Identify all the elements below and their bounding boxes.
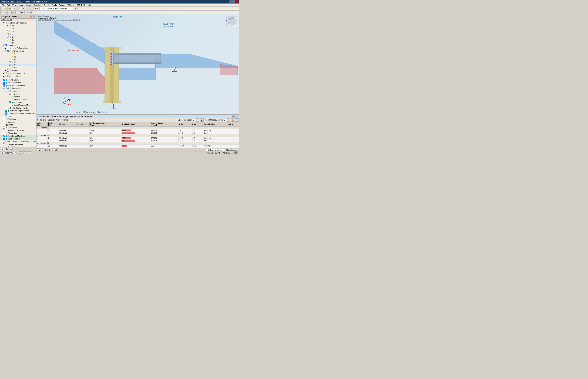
radio-uy[interactable]	[7, 30, 9, 32]
nav-section-colored[interactable]: ▬ Section Colored	[0, 98, 36, 101]
status-icon-3[interactable]: —	[28, 151, 31, 155]
nav-extreme-disp[interactable]: ◆ Extreme Displacement	[0, 109, 36, 112]
radio-u-abs[interactable]	[7, 25, 9, 27]
nav-local-torsional[interactable]: ↺ Local Torsional Rotations	[0, 104, 36, 107]
table-first-btn[interactable]: |◀	[37, 148, 41, 151]
menu-assign[interactable]: Assign	[25, 4, 32, 6]
nav-solids[interactable]: ⬛ Solids	[0, 123, 36, 126]
nav-phiz[interactable]: ↺ φz	[0, 41, 36, 44]
results-on-members-cb[interactable]	[3, 135, 5, 137]
close-button[interactable]: ✕	[235, 0, 238, 3]
view-xy-btn[interactable]: XY	[4, 11, 8, 14]
select-btn[interactable]: ↖	[22, 7, 25, 10]
view-area[interactable]: Static Analysis Moments My [kNm] ULS (ST…	[36, 14, 239, 114]
prev-btn[interactable]: ◀	[196, 118, 199, 122]
radio-Vy[interactable]	[9, 56, 11, 57]
radio-Mz[interactable]	[9, 67, 11, 69]
local-torsional-cb[interactable]	[9, 104, 11, 106]
pan-btn[interactable]: ✋	[29, 7, 33, 10]
radio-My[interactable]	[9, 64, 11, 66]
save-btn[interactable]: 💾	[8, 7, 11, 10]
internal-forces-cb[interactable]	[7, 50, 9, 52]
maximize-button[interactable]: □	[232, 0, 235, 3]
view-scale-dropdown[interactable]: 1 - Global XYZ	[1, 152, 16, 154]
values-surfaces-cb[interactable]	[3, 129, 5, 131]
radio-Mt[interactable]	[9, 61, 11, 63]
extreme-disp-cb[interactable]	[5, 110, 7, 112]
nav-internal-forces[interactable]: ▼ ⚡ Internal Forces	[0, 49, 36, 52]
settings-btn[interactable]: ⚙	[235, 118, 239, 122]
nav-nodal-disp[interactable]: ● Nodal Displacements	[0, 107, 36, 109]
nav-icon-btn-1[interactable]: 👁	[1, 148, 4, 151]
menu-view[interactable]: View	[11, 4, 18, 6]
zoom-all-btn[interactable]: ⊞	[26, 11, 29, 14]
radio-Vz[interactable]	[9, 58, 11, 60]
export-btn[interactable]: 📤	[231, 118, 234, 122]
filter-btn[interactable]: 🔍	[227, 118, 230, 122]
dimension-cb[interactable]	[3, 132, 5, 134]
nav-phix[interactable]: ↺ φx	[0, 35, 36, 38]
view-xz-btn[interactable]: XZ	[8, 11, 11, 14]
nav-close-btn[interactable]: ✕	[33, 15, 35, 18]
nav-ribs[interactable]: ≡ Ribs - Effective Contribution on Surfa…	[0, 140, 36, 143]
title-info-cb[interactable]	[3, 82, 5, 84]
menu-calculate[interactable]: Calculate	[32, 4, 43, 6]
menu-cad-bim[interactable]: CAD-BIM	[75, 4, 86, 6]
radio-section-colored[interactable]	[9, 99, 11, 100]
nav-pin-btn[interactable]: 📌	[30, 15, 32, 18]
nav-Vy[interactable]: ⚡ Vy	[0, 55, 36, 58]
radio-lines[interactable]	[9, 93, 11, 95]
nav-support-reactions-display[interactable]: △ Support Reactions	[0, 143, 36, 146]
nav-icon-btn-2[interactable]: 🎥	[5, 148, 8, 151]
extremes-cb[interactable]	[9, 101, 11, 103]
tab-stiffness-analysis[interactable]: Stiffness Analysis	[206, 149, 224, 151]
radio-uz[interactable]	[7, 33, 9, 35]
line-welds-cb[interactable]	[3, 126, 5, 129]
nav-dimension[interactable]: ↔ Dimension	[0, 132, 36, 135]
table-row[interactable]: Member 2 Sj,y- +∞ 12500.0 924.0	[37, 140, 239, 142]
menu-file[interactable]: File	[1, 4, 6, 6]
new-btn[interactable]: 📄	[0, 7, 4, 10]
nav-lines-display[interactable]: — Lines	[0, 115, 36, 118]
nav-type-of-display[interactable]: 🔷 Type of display	[0, 137, 36, 140]
nav-global-deformations[interactable]: ▼ ≋ Global Deformations	[0, 21, 36, 24]
nav-uz[interactable]: ≈ uz	[0, 33, 36, 35]
maxmin-cb[interactable]	[3, 84, 5, 86]
view-3d-btn[interactable]: 3D	[0, 11, 4, 14]
solid-btn[interactable]: ⬛	[20, 11, 24, 14]
nav-title-info[interactable]: 🔷 Title Information	[0, 81, 36, 84]
type-display-cb[interactable]	[3, 138, 5, 140]
nav-ux[interactable]: ≈ ux	[0, 27, 36, 30]
bottom-minimize-btn[interactable]: —	[232, 115, 235, 118]
status-icon-2[interactable]: 🔍	[24, 151, 27, 155]
table-row[interactable]: 1 22 Member 2 Sj,y+ 409.0 12	[37, 129, 239, 132]
minimize-button[interactable]: —	[229, 0, 232, 3]
radio-N[interactable]	[9, 53, 11, 55]
redo-btn[interactable]: ↪	[17, 7, 20, 10]
nav-members-results[interactable]: ⬜ Members	[0, 118, 36, 121]
nav-members[interactable]: ▼ ⬜ Members	[0, 44, 36, 47]
nav-envelope-values[interactable]: ▶ 📈 Envelope Values	[0, 75, 36, 78]
nav-u-abs[interactable]: ≈ |u|	[0, 24, 36, 27]
nav-support-reactions[interactable]: ▶ △ Support Reactions	[0, 72, 36, 75]
nav-local-deform[interactable]: ▶ ≋ Local Deformations	[0, 47, 36, 49]
table-next-btn[interactable]: ▶	[51, 148, 54, 151]
goto-menu[interactable]: Go To	[37, 119, 42, 121]
nav-surfaces[interactable]: ▭ Surfaces	[0, 121, 36, 123]
nav-Mz[interactable]: ↺ Mz	[0, 66, 36, 69]
nav-uy[interactable]: ≈ uy	[0, 30, 36, 33]
members-cb[interactable]	[5, 44, 7, 46]
calculate-btn[interactable]: ▶	[74, 7, 77, 10]
menu-results[interactable]: Results	[43, 4, 51, 6]
solids-cb[interactable]	[3, 124, 5, 126]
window-controls[interactable]: — □ ✕	[229, 0, 238, 3]
members-results-cb[interactable]	[3, 118, 5, 120]
surfaces-cb[interactable]	[3, 121, 5, 123]
nav-My[interactable]: ↺ My	[0, 63, 36, 66]
design-type-dropdown[interactable]: Steel Joint Design	[177, 119, 195, 121]
strains-cb[interactable]	[7, 69, 9, 72]
nav-results-on-members[interactable]: 🔷 Results on Members	[0, 135, 36, 137]
radio-phix[interactable]	[7, 36, 9, 38]
settings-menu[interactable]: Settings	[61, 119, 68, 121]
support-cb[interactable]	[5, 72, 7, 74]
